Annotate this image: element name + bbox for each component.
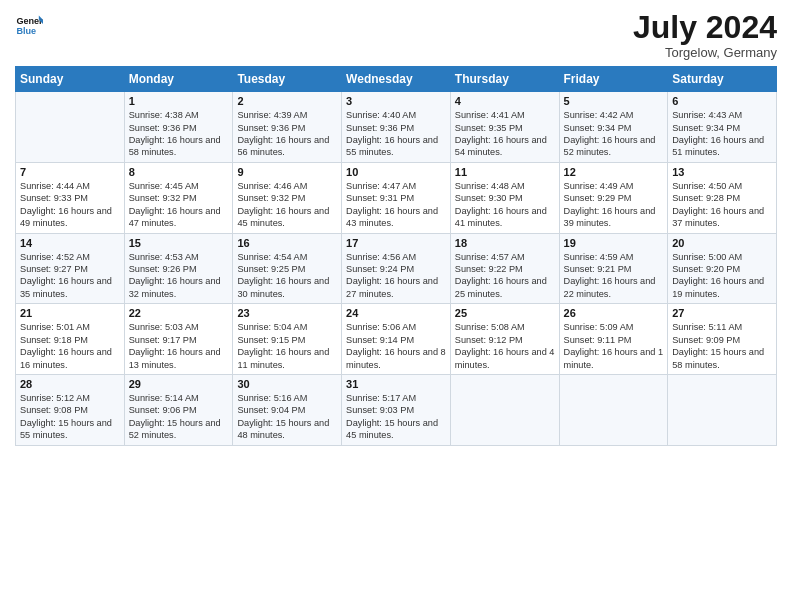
day-info: Sunrise: 5:11 AM Sunset: 9:09 PM Dayligh… — [672, 321, 772, 371]
day-info: Sunrise: 5:04 AM Sunset: 9:15 PM Dayligh… — [237, 321, 337, 371]
header-thursday: Thursday — [450, 67, 559, 92]
day-info: Sunrise: 4:49 AM Sunset: 9:29 PM Dayligh… — [564, 180, 664, 230]
day-number: 25 — [455, 307, 555, 319]
day-number: 13 — [672, 166, 772, 178]
day-number: 11 — [455, 166, 555, 178]
header-wednesday: Wednesday — [342, 67, 451, 92]
location: Torgelow, Germany — [633, 45, 777, 60]
page: General Blue July 2024 Torgelow, Germany… — [0, 0, 792, 612]
header-saturday: Saturday — [668, 67, 777, 92]
day-cell: 17Sunrise: 4:56 AM Sunset: 9:24 PM Dayli… — [342, 233, 451, 304]
day-cell: 7Sunrise: 4:44 AM Sunset: 9:33 PM Daylig… — [16, 162, 125, 233]
header-sunday: Sunday — [16, 67, 125, 92]
day-cell: 27Sunrise: 5:11 AM Sunset: 9:09 PM Dayli… — [668, 304, 777, 375]
day-number: 23 — [237, 307, 337, 319]
day-number: 24 — [346, 307, 446, 319]
day-info: Sunrise: 4:52 AM Sunset: 9:27 PM Dayligh… — [20, 251, 120, 301]
day-info: Sunrise: 4:38 AM Sunset: 9:36 PM Dayligh… — [129, 109, 229, 159]
day-cell: 15Sunrise: 4:53 AM Sunset: 9:26 PM Dayli… — [124, 233, 233, 304]
day-info: Sunrise: 4:48 AM Sunset: 9:30 PM Dayligh… — [455, 180, 555, 230]
day-cell: 22Sunrise: 5:03 AM Sunset: 9:17 PM Dayli… — [124, 304, 233, 375]
day-info: Sunrise: 4:59 AM Sunset: 9:21 PM Dayligh… — [564, 251, 664, 301]
day-cell: 26Sunrise: 5:09 AM Sunset: 9:11 PM Dayli… — [559, 304, 668, 375]
day-number: 17 — [346, 237, 446, 249]
calendar-table: Sunday Monday Tuesday Wednesday Thursday… — [15, 66, 777, 445]
day-number: 20 — [672, 237, 772, 249]
day-info: Sunrise: 5:16 AM Sunset: 9:04 PM Dayligh… — [237, 392, 337, 442]
day-cell: 18Sunrise: 4:57 AM Sunset: 9:22 PM Dayli… — [450, 233, 559, 304]
day-info: Sunrise: 4:57 AM Sunset: 9:22 PM Dayligh… — [455, 251, 555, 301]
day-info: Sunrise: 4:44 AM Sunset: 9:33 PM Dayligh… — [20, 180, 120, 230]
day-number: 12 — [564, 166, 664, 178]
day-cell: 6Sunrise: 4:43 AM Sunset: 9:34 PM Daylig… — [668, 92, 777, 163]
day-number: 31 — [346, 378, 446, 390]
svg-text:Blue: Blue — [16, 26, 36, 36]
day-cell: 23Sunrise: 5:04 AM Sunset: 9:15 PM Dayli… — [233, 304, 342, 375]
header-row: Sunday Monday Tuesday Wednesday Thursday… — [16, 67, 777, 92]
day-cell: 19Sunrise: 4:59 AM Sunset: 9:21 PM Dayli… — [559, 233, 668, 304]
day-cell: 13Sunrise: 4:50 AM Sunset: 9:28 PM Dayli… — [668, 162, 777, 233]
day-info: Sunrise: 5:01 AM Sunset: 9:18 PM Dayligh… — [20, 321, 120, 371]
header-monday: Monday — [124, 67, 233, 92]
header-tuesday: Tuesday — [233, 67, 342, 92]
week-row-5: 28Sunrise: 5:12 AM Sunset: 9:08 PM Dayli… — [16, 374, 777, 445]
day-number: 28 — [20, 378, 120, 390]
day-info: Sunrise: 4:40 AM Sunset: 9:36 PM Dayligh… — [346, 109, 446, 159]
day-info: Sunrise: 5:00 AM Sunset: 9:20 PM Dayligh… — [672, 251, 772, 301]
week-row-3: 14Sunrise: 4:52 AM Sunset: 9:27 PM Dayli… — [16, 233, 777, 304]
day-number: 7 — [20, 166, 120, 178]
day-cell: 5Sunrise: 4:42 AM Sunset: 9:34 PM Daylig… — [559, 92, 668, 163]
day-cell: 12Sunrise: 4:49 AM Sunset: 9:29 PM Dayli… — [559, 162, 668, 233]
day-cell: 4Sunrise: 4:41 AM Sunset: 9:35 PM Daylig… — [450, 92, 559, 163]
day-number: 14 — [20, 237, 120, 249]
day-number: 8 — [129, 166, 229, 178]
day-info: Sunrise: 4:50 AM Sunset: 9:28 PM Dayligh… — [672, 180, 772, 230]
day-cell: 16Sunrise: 4:54 AM Sunset: 9:25 PM Dayli… — [233, 233, 342, 304]
day-cell: 25Sunrise: 5:08 AM Sunset: 9:12 PM Dayli… — [450, 304, 559, 375]
day-number: 18 — [455, 237, 555, 249]
day-info: Sunrise: 5:14 AM Sunset: 9:06 PM Dayligh… — [129, 392, 229, 442]
week-row-2: 7Sunrise: 4:44 AM Sunset: 9:33 PM Daylig… — [16, 162, 777, 233]
day-info: Sunrise: 4:47 AM Sunset: 9:31 PM Dayligh… — [346, 180, 446, 230]
day-cell: 8Sunrise: 4:45 AM Sunset: 9:32 PM Daylig… — [124, 162, 233, 233]
day-info: Sunrise: 5:03 AM Sunset: 9:17 PM Dayligh… — [129, 321, 229, 371]
day-cell: 1Sunrise: 4:38 AM Sunset: 9:36 PM Daylig… — [124, 92, 233, 163]
day-number: 26 — [564, 307, 664, 319]
day-info: Sunrise: 4:53 AM Sunset: 9:26 PM Dayligh… — [129, 251, 229, 301]
day-number: 27 — [672, 307, 772, 319]
day-number: 30 — [237, 378, 337, 390]
day-number: 29 — [129, 378, 229, 390]
day-number: 1 — [129, 95, 229, 107]
month-title: July 2024 — [633, 10, 777, 45]
day-info: Sunrise: 5:06 AM Sunset: 9:14 PM Dayligh… — [346, 321, 446, 371]
day-info: Sunrise: 4:39 AM Sunset: 9:36 PM Dayligh… — [237, 109, 337, 159]
logo-icon: General Blue — [15, 10, 43, 38]
day-cell — [668, 374, 777, 445]
day-info: Sunrise: 5:12 AM Sunset: 9:08 PM Dayligh… — [20, 392, 120, 442]
day-cell: 10Sunrise: 4:47 AM Sunset: 9:31 PM Dayli… — [342, 162, 451, 233]
day-info: Sunrise: 5:17 AM Sunset: 9:03 PM Dayligh… — [346, 392, 446, 442]
day-cell: 30Sunrise: 5:16 AM Sunset: 9:04 PM Dayli… — [233, 374, 342, 445]
day-cell: 21Sunrise: 5:01 AM Sunset: 9:18 PM Dayli… — [16, 304, 125, 375]
day-number: 9 — [237, 166, 337, 178]
day-cell: 31Sunrise: 5:17 AM Sunset: 9:03 PM Dayli… — [342, 374, 451, 445]
day-cell: 9Sunrise: 4:46 AM Sunset: 9:32 PM Daylig… — [233, 162, 342, 233]
day-number: 22 — [129, 307, 229, 319]
day-number: 6 — [672, 95, 772, 107]
title-block: July 2024 Torgelow, Germany — [633, 10, 777, 60]
day-cell: 14Sunrise: 4:52 AM Sunset: 9:27 PM Dayli… — [16, 233, 125, 304]
day-info: Sunrise: 4:43 AM Sunset: 9:34 PM Dayligh… — [672, 109, 772, 159]
day-info: Sunrise: 4:56 AM Sunset: 9:24 PM Dayligh… — [346, 251, 446, 301]
day-number: 21 — [20, 307, 120, 319]
header: General Blue July 2024 Torgelow, Germany — [15, 10, 777, 60]
day-number: 5 — [564, 95, 664, 107]
day-number: 16 — [237, 237, 337, 249]
day-number: 2 — [237, 95, 337, 107]
day-number: 4 — [455, 95, 555, 107]
day-cell: 29Sunrise: 5:14 AM Sunset: 9:06 PM Dayli… — [124, 374, 233, 445]
day-cell: 20Sunrise: 5:00 AM Sunset: 9:20 PM Dayli… — [668, 233, 777, 304]
day-cell — [559, 374, 668, 445]
day-info: Sunrise: 4:42 AM Sunset: 9:34 PM Dayligh… — [564, 109, 664, 159]
day-cell: 2Sunrise: 4:39 AM Sunset: 9:36 PM Daylig… — [233, 92, 342, 163]
day-info: Sunrise: 4:46 AM Sunset: 9:32 PM Dayligh… — [237, 180, 337, 230]
